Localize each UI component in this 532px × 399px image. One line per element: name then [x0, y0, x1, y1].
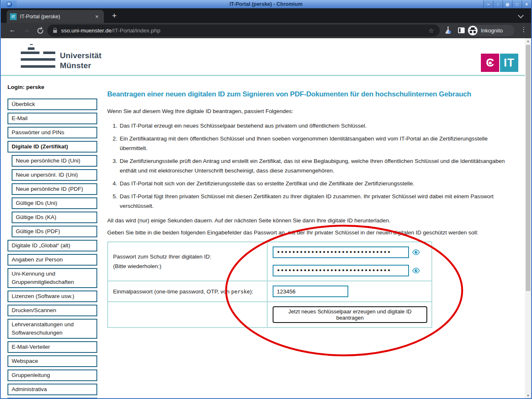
sidebar-item[interactable]: Gültige IDs (PDF) — [12, 226, 97, 237]
sidebar-item[interactable]: Digitale ID „Global“ (alt) — [7, 240, 97, 251]
browser-window: IT-Portal (perske) - Chromium − ↑ ◎ □ × … — [0, 0, 532, 399]
submit-row: Jetzt neues Schlüsselpaar erzeugen und d… — [108, 302, 432, 328]
tab-title: IT-Portal (perske) — [20, 14, 93, 20]
password-repeat-input[interactable] — [273, 265, 409, 276]
page-scrollbar[interactable]: ▲ ▼ — [525, 38, 531, 398]
sidebar-item[interactable]: Neue unpersönl. ID (Uni) — [12, 169, 97, 181]
sidebar-item[interactable]: Angaben zur Person — [7, 254, 97, 266]
submit-cell: Jetzt neues Schlüsselpaar erzeugen und d… — [267, 302, 432, 328]
sidebar-item[interactable]: Passwörter und PINs — [7, 127, 97, 138]
sidebar-nav: ÜberblickE-MailPasswörter und PINsDigita… — [7, 99, 97, 398]
bookmark-star-icon[interactable]: ☆ — [429, 27, 434, 34]
cit-it-icon: IT — [500, 54, 518, 72]
prompt-paragraph: Geben Sie bitte in die beiden folgenden … — [107, 228, 510, 237]
flask-extension-icon[interactable] — [445, 27, 451, 34]
window-title: IT-Portal (perske) - Chromium — [1, 0, 531, 8]
sidebar-item[interactable]: Gruppenleitung — [7, 369, 97, 381]
university-name: Universität Münster — [60, 51, 101, 70]
sidebar-item[interactable]: Gültige IDs (KA) — [12, 212, 97, 223]
sidebar-item[interactable]: Alle Daten — [7, 398, 97, 398]
sidebar-item[interactable]: Webspace — [7, 355, 97, 367]
page-content: Universität Münster C IT Login: perske Ü… — [1, 38, 525, 398]
browser-toolbar: ← → sso.uni-muenster.de /IT-Portal/index… — [1, 23, 531, 38]
sidebar-item[interactable]: Drucken/Scannen — [7, 305, 97, 316]
scrollbar-thumb[interactable] — [526, 45, 530, 291]
cit-c-icon: C — [481, 54, 499, 72]
otp-input[interactable] — [273, 286, 348, 297]
intro-paragraph: Wenn Sie auf diesem Weg Ihre digitale ID… — [107, 106, 510, 116]
step-item: Ein Zertifikatantrag mit dem öffentliche… — [119, 134, 510, 153]
login-label: Login: perske — [7, 84, 97, 90]
main-content: Beantragen einer neuen digitalen ID zum … — [107, 82, 510, 328]
incognito-icon — [468, 26, 478, 35]
maximize-button[interactable]: □ — [512, 0, 522, 8]
sidebar: Login: perske ÜberblickE-MailPasswörter … — [7, 84, 97, 398]
otp-label-cell: Einmalpasswort (one-time password, OTP, … — [108, 281, 267, 302]
steps-list: Das IT-Portal erzeugt ein neues Schlüsse… — [107, 121, 510, 211]
shade-button[interactable]: ↑ — [493, 0, 502, 8]
browser-menu-icon[interactable]: ⋮ — [520, 26, 528, 33]
step-item: Das IT-Portal holt sich von der Zertifiz… — [119, 179, 510, 188]
duration-paragraph: All das wird (nur) einige Sekunden dauer… — [107, 216, 510, 225]
password-input[interactable] — [273, 246, 409, 258]
otp-user: perske — [231, 288, 250, 295]
otp-field-cell — [267, 281, 432, 302]
scroll-up-icon[interactable]: ▲ — [525, 39, 531, 42]
password-repeat-label: (Bitte wiederholen:) — [113, 261, 263, 271]
password-field-cell — [267, 242, 432, 281]
password-label-cell: Passwort zum Schutz Ihrer digitalen ID: … — [108, 242, 267, 281]
window-titlebar: IT-Portal (perske) - Chromium − ↑ ◎ □ × — [1, 0, 531, 8]
otp-label-suffix: ): — [250, 288, 253, 295]
incognito-label: Inkognito — [481, 27, 503, 34]
incognito-badge: Inkognito — [467, 25, 515, 36]
page-title: Beantragen einer neuen digitalen ID zum … — [107, 90, 510, 99]
minimize-button[interactable]: − — [483, 0, 493, 8]
reload-button[interactable] — [37, 28, 43, 34]
sidebar-item[interactable]: Neue persönliche ID (Uni) — [12, 155, 97, 167]
sidebar-item[interactable]: Administrativa — [7, 384, 97, 395]
forward-button[interactable]: → — [21, 26, 32, 34]
step-item: Das IT-Portal fügt Ihren privaten Schlüs… — [119, 192, 510, 211]
back-button[interactable]: ← — [7, 26, 18, 34]
side-panel-icon[interactable] — [458, 27, 465, 33]
show-password-repeat-icon[interactable] — [412, 268, 420, 273]
cit-logo[interactable]: C IT — [481, 54, 518, 72]
close-button[interactable]: × — [522, 0, 531, 8]
sidebar-item[interactable]: Gültige IDs (Uni) — [12, 197, 97, 209]
pin-button[interactable]: ◎ — [502, 0, 512, 8]
tab-strip: IT IT-Portal (perske) × + — [1, 8, 531, 23]
scroll-down-icon[interactable]: ▼ — [525, 394, 531, 397]
tab-close-icon[interactable]: × — [93, 13, 101, 20]
tab-list-chevron-icon[interactable] — [518, 12, 524, 18]
new-tab-button[interactable]: + — [109, 10, 120, 21]
step-item: Das IT-Portal erzeugt ein neues Schlüsse… — [119, 121, 510, 131]
certificate-form: Passwort zum Schutz Ihrer digitalen ID: … — [107, 241, 432, 328]
sidebar-item[interactable]: E-Mail-Verteiler — [7, 341, 97, 353]
otp-row: Einmalpasswort (one-time password, OTP, … — [108, 281, 432, 302]
show-password-icon[interactable] — [412, 249, 420, 255]
university-logo[interactable]: Universität Münster — [20, 42, 128, 71]
password-row: Passwort zum Schutz Ihrer digitalen ID: … — [108, 242, 432, 281]
address-bar[interactable]: sso.uni-muenster.de /IT-Portal/index.php… — [47, 25, 440, 37]
otp-label: Einmalpasswort (one-time password, OTP, … — [113, 288, 231, 295]
sidebar-item[interactable]: Überblick — [7, 99, 97, 110]
window-controls: − ↑ ◎ □ × — [483, 0, 531, 8]
submit-button[interactable]: Jetzt neues Schlüsselpaar erzeugen und d… — [273, 306, 427, 323]
page-header: Universität Münster C IT — [1, 38, 525, 76]
tab-it-portal[interactable]: IT IT-Portal (perske) × — [7, 10, 104, 23]
sidebar-item[interactable]: E-Mail — [7, 113, 97, 124]
lock-icon[interactable] — [53, 30, 57, 33]
sidebar-item[interactable]: Uni-Kennung und Gruppenmitgliedschaften — [7, 268, 97, 288]
sidebar-item[interactable]: Lizenzen (Software usw.) — [7, 291, 97, 302]
url-host: sso.uni-muenster.de — [61, 27, 112, 34]
step-item: Die Zertifizierungsstelle prüft den Antr… — [119, 156, 510, 175]
password-label: Passwort zum Schutz Ihrer digitalen ID: — [113, 252, 263, 261]
sidebar-item[interactable]: Lehrveranstaltungen und Softwareschulung… — [7, 319, 97, 339]
sidebar-item[interactable]: Neue persönliche ID (PDF) — [12, 183, 97, 195]
url-path: /IT-Portal/index.php — [112, 27, 160, 34]
sidebar-item[interactable]: Digitale ID (Zertifikat) — [7, 141, 97, 153]
tab-favicon: IT — [10, 13, 17, 20]
